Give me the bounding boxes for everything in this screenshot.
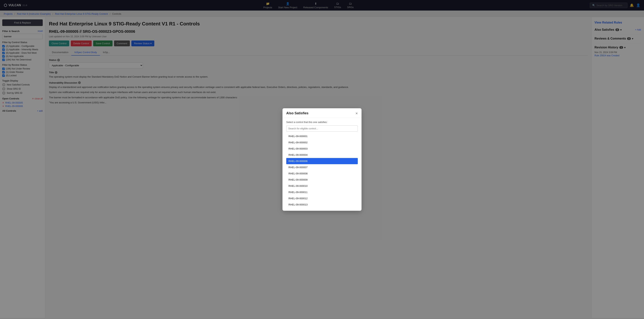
also-satisfies-modal: Also Satisfies × Select a control that t… <box>282 108 362 211</box>
modal-control-item-7[interactable]: RHEL-09-000008 <box>286 170 358 177</box>
modal-control-item-4[interactable]: RHEL-09-000004 <box>286 152 358 158</box>
modal-control-item-12[interactable]: RHEL-09-000013 <box>286 201 358 208</box>
modal-control-item-3[interactable]: RHEL-09-000003 <box>286 146 358 152</box>
modal-header: Also Satisfies × <box>282 108 362 118</box>
modal-title: Also Satisfies <box>286 111 308 115</box>
modal-body: Select a control that this one satisfies… <box>282 118 362 211</box>
modal-control-item-8[interactable]: RHEL-09-000009 <box>286 177 358 183</box>
modal-control-item-2[interactable]: RHEL-09-000002 <box>286 139 358 146</box>
modal-control-item-11[interactable]: RHEL-09-000012 <box>286 195 358 201</box>
modal-overlay[interactable]: Also Satisfies × Select a control that t… <box>0 0 644 318</box>
modal-control-item-6[interactable]: RHEL-09-000007 <box>286 164 358 170</box>
modal-control-item-10[interactable]: RHEL-09-000011 <box>286 189 358 195</box>
modal-close-button[interactable]: × <box>356 112 358 115</box>
modal-control-item-9[interactable]: RHEL-09-000010 <box>286 183 358 189</box>
modal-description: Select a control that this one satisfies… <box>286 121 358 124</box>
modal-search-input[interactable] <box>286 125 358 132</box>
modal-controls-list: RHEL-09-000001 RHEL-09-000002 RHEL-09-00… <box>286 133 358 208</box>
modal-control-item-1[interactable]: RHEL-09-000001 <box>286 133 358 139</box>
modal-control-item-5[interactable]: RHEL-09-000006 <box>286 158 358 164</box>
